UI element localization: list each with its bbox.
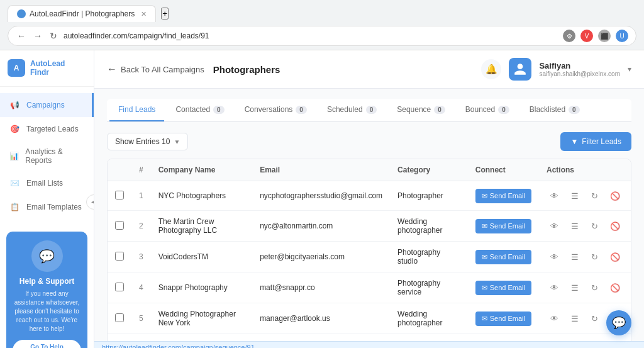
header-actions: Actions [539,159,631,181]
sidebar: A AutoLead Findr 📢 Campaigns 🎯 Targeted … [0,50,94,348]
row-category: Wedding photographer [390,303,468,334]
row-num: 6 [131,334,151,342]
browser-chrome: AutoLeadFindr | Photographers ✕ + ← → ↻ … [0,0,644,50]
row-checkbox-cell [108,242,131,272]
new-tab-button[interactable]: + [161,8,169,20]
send-email-button[interactable]: ✉ Send Email [475,281,531,295]
app-layout: A AutoLead Findr 📢 Campaigns 🎯 Targeted … [0,50,644,348]
row-email: nyc@altonmartin.com [252,211,390,242]
list-icon[interactable]: ☰ [567,249,583,265]
notification-bell-icon[interactable]: 🔔 [481,59,501,79]
row-checkbox[interactable] [115,221,124,230]
tab-conversations-badge: 0 [296,106,307,114]
user-dropdown-arrow-icon[interactable]: ▾ [628,65,631,74]
leads-table-container: # Company Name Email Category Connect Ac… [107,159,631,341]
sidebar-item-analytics[interactable]: 📊 Analytics & Reports [0,141,94,171]
logo-text: AutoLead Findr [30,59,65,77]
email-icon: ✉ [482,284,487,292]
row-checkbox[interactable] [115,283,124,291]
close-tab-icon[interactable]: ✕ [141,10,147,18]
tab-blacklisted[interactable]: Blacklisted 0 [521,99,589,121]
list-icon[interactable]: ☰ [567,279,583,296]
back-to-campaigns-button[interactable]: ← Back To All Campaigns [107,64,204,75]
sidebar-item-targeted-leads[interactable]: 🎯 Targeted Leads [0,117,94,141]
row-email: nycphotographersstudio@gmail.com [252,181,390,211]
block-icon[interactable]: 🚫 [607,188,623,204]
sidebar-item-email-lists[interactable]: ✉️ Email Lists [0,171,94,195]
go-to-help-center-button[interactable]: Go To Help Center [13,340,81,348]
view-icon[interactable]: 👁 [547,188,563,204]
reload-button[interactable]: ↻ [48,31,58,41]
block-icon[interactable]: 🚫 [607,218,623,234]
view-icon[interactable]: 👁 [547,218,563,234]
send-email-button[interactable]: ✉ Send Email [475,189,531,203]
page-title: Photographers [213,64,280,75]
block-icon[interactable]: 🚫 [607,249,623,265]
tab-blacklisted-label: Blacklisted [530,105,565,114]
refresh-icon[interactable]: ↻ [587,218,603,234]
send-email-button[interactable]: ✉ Send Email [475,219,531,233]
view-icon[interactable]: 👁 [547,279,563,296]
row-email: info@frenchkissny.com [252,334,390,342]
header-connect[interactable]: Connect [468,159,539,181]
view-icon[interactable]: 👁 [547,310,563,327]
browser-tab[interactable]: AutoLeadFindr | Photographers ✕ [8,5,156,22]
email-icon: ✉ [482,315,487,323]
header-company-name[interactable]: Company Name [151,159,252,181]
sidebar-label-campaigns: Campaigns [26,101,65,109]
email-icon: ✉ [482,222,487,230]
logo-auto: Auto [30,59,47,68]
row-checkbox[interactable] [115,191,124,199]
tab-sequence[interactable]: Sequence 0 [388,99,454,121]
back-nav-button[interactable]: ← [16,31,27,41]
refresh-icon[interactable]: ↻ [587,188,603,204]
tab-bounced[interactable]: Bounced 0 [457,99,518,121]
list-icon[interactable]: ☰ [567,218,583,234]
email-icon: ✉ [482,192,487,200]
list-icon[interactable]: ☰ [567,188,583,204]
sidebar-item-campaigns[interactable]: 📢 Campaigns [0,93,94,117]
row-checkbox-cell [108,334,131,342]
row-category: Photographer [390,334,468,342]
vivaldi-icon[interactable]: V [580,30,593,42]
table-row: 1 NYC Photographers nycphotographersstud… [108,181,631,211]
list-icon[interactable]: ☰ [567,310,583,327]
row-connect: ✉ Send Email [468,242,539,272]
refresh-icon[interactable]: ↻ [587,279,603,296]
row-checkbox-cell [108,303,131,334]
view-icon[interactable]: 👁 [547,249,563,265]
logo-findr: Findr [30,68,49,77]
url-display[interactable]: autoleadfinder.com/campaign/find_leads/9… [64,31,558,40]
send-email-button[interactable]: ✉ Send Email [475,250,531,264]
profile-icon[interactable]: U [616,30,628,42]
row-checkbox[interactable] [115,252,124,261]
row-category: Wedding photographer [390,211,468,242]
tab-scheduled-badge: 0 [366,106,377,114]
header-email[interactable]: Email [252,159,390,181]
show-entries-select[interactable]: Show Entries 10 ▼ [107,133,188,150]
help-avatar-icon: 💬 [31,240,63,272]
forward-nav-button[interactable]: → [32,31,43,41]
header-category[interactable]: Category [390,159,468,181]
refresh-icon[interactable]: ↻ [587,310,603,327]
header-num: # [131,159,151,181]
refresh-icon[interactable]: ↻ [587,249,603,265]
sidebar-item-email-templates[interactable]: 📋 Email Templates [0,195,94,219]
extensions-icon[interactable]: ⬛ [598,30,611,42]
filter-leads-button[interactable]: ▼ Filter Leads [560,132,631,151]
logo-lead: Lead [47,59,65,68]
row-company: NYC Photographers [151,181,252,211]
header-checkbox-cell [108,159,131,181]
tab-conversations[interactable]: Conversations 0 [236,99,316,121]
sidebar-label-targeted-leads: Targeted Leads [26,125,79,133]
tab-scheduled[interactable]: Scheduled 0 [318,99,386,121]
action-icons: 👁 ☰ ↻ 🚫 [547,188,623,204]
send-email-button[interactable]: ✉ Send Email [475,312,531,326]
block-icon[interactable]: 🚫 [607,279,623,296]
row-checkbox[interactable] [115,313,124,322]
tab-contacted[interactable]: Contacted 0 [167,99,233,121]
settings-icon[interactable]: ⚙ [563,30,575,42]
chat-bubble-button[interactable]: 💬 [606,310,631,335]
tab-find-leads[interactable]: Find Leads [109,99,164,121]
table-body: 1 NYC Photographers nycphotographersstud… [108,181,631,342]
